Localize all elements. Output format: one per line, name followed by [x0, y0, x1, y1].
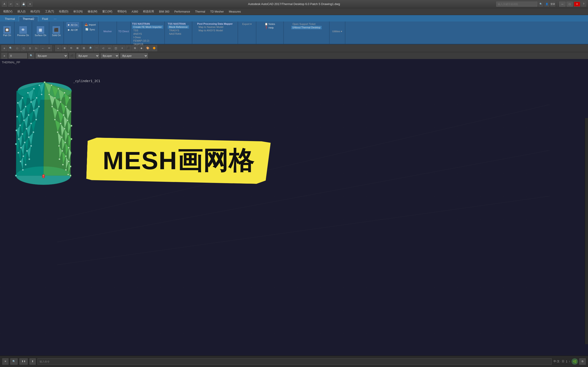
- surface-on-btn[interactable]: ▦ Surface On: [34, 25, 48, 37]
- menu-featured[interactable]: 精选应用: [141, 9, 156, 14]
- save-btn[interactable]: 💾: [21, 2, 26, 7]
- menu-tools[interactable]: 工具(T): [43, 9, 56, 14]
- nastran-label[interactable]: NASTRAN: [168, 32, 183, 35]
- menu-help[interactable]: 帮助(H): [115, 9, 129, 14]
- status-avatar[interactable]: 🌿: [571, 358, 578, 365]
- femap-label[interactable]: FEMAP (10.2): [132, 39, 151, 42]
- layer-value-input[interactable]: [9, 53, 27, 58]
- maximize-btn[interactable]: □: [566, 2, 573, 7]
- all-off-btn[interactable]: ▶All Off: [67, 28, 79, 32]
- menu-draw[interactable]: 绘图(D): [57, 9, 71, 14]
- search-input[interactable]: [496, 2, 537, 7]
- close-btn[interactable]: ✕: [574, 2, 580, 7]
- tool-7[interactable]: ↔: [40, 45, 46, 51]
- status-close-btn[interactable]: ✕: [2, 358, 9, 365]
- sync-btn[interactable]: 🔄Sync: [84, 27, 96, 32]
- map-nastran-label[interactable]: Map to Nastran Model: [197, 25, 225, 29]
- import-btn[interactable]: 📥Import: [84, 22, 97, 27]
- create-fe-label[interactable]: Create FE Mesh Importer: [132, 25, 163, 29]
- menu-measures[interactable]: Measures: [227, 9, 243, 14]
- search-icon[interactable]: 🔍: [538, 2, 543, 7]
- minimize-btn[interactable]: ─: [559, 2, 566, 7]
- status-search-btn[interactable]: 🔍: [10, 358, 18, 365]
- all-on-btn[interactable]: ▶All On: [67, 22, 79, 27]
- part-on-btn[interactable]: 🔲 Part On: [1, 25, 13, 37]
- tool-5[interactable]: 0: [27, 45, 33, 51]
- tool-10[interactable]: ⊕: [61, 45, 68, 51]
- menu-a360[interactable]: A360: [129, 9, 140, 14]
- tool-17[interactable]: ▭: [106, 45, 112, 51]
- help-icon[interactable]: ?: [581, 2, 586, 7]
- menu-insert[interactable]: 插入(I): [15, 9, 28, 14]
- tab-thermal[interactable]: Thermal: [1, 16, 19, 22]
- undo-btn[interactable]: ↩: [8, 2, 13, 7]
- ideas-label[interactable]: I-Deas: [132, 36, 142, 39]
- menu-modify[interactable]: 修改(M): [85, 9, 100, 14]
- utilities-label[interactable]: Utilities ▾: [331, 30, 344, 33]
- login-btn[interactable]: 登录: [550, 2, 555, 7]
- trasys-label[interactable]: TRASYS: [168, 29, 180, 32]
- linetype-select[interactable]: ByLayer: [77, 53, 99, 58]
- menu-window[interactable]: 窗口(W): [100, 9, 114, 14]
- tool-2[interactable]: 🔍: [8, 45, 14, 51]
- about-thermal-label[interactable]: ℹ About Thermal Desktop: [291, 26, 322, 29]
- status-nav-btn[interactable]: ⬆⬇: [19, 358, 28, 365]
- svg-point-118: [30, 145, 32, 147]
- map-ansys-label[interactable]: Map to ANSYS Model: [197, 29, 224, 32]
- help-label[interactable]: ❓ Help: [263, 26, 275, 30]
- menu-bim360[interactable]: BIM 360: [157, 9, 172, 14]
- solid-on-btn[interactable]: ⬛ Solid On: [51, 25, 62, 37]
- menu-thermal[interactable]: Thermal: [193, 9, 207, 14]
- tool-1[interactable]: ≡: [1, 45, 7, 51]
- tab-thermal2[interactable]: Thermal2: [19, 16, 38, 22]
- tool-16[interactable]: ◁: [100, 45, 106, 51]
- tss-label2[interactable]: TSS: [132, 29, 140, 32]
- preview-on-btn[interactable]: 👁 Preview On: [16, 25, 30, 37]
- block-ref-label[interactable]: Block Reference: [168, 25, 189, 29]
- tool-13[interactable]: ⊟: [81, 45, 87, 51]
- color-select[interactable]: ⬛: [69, 53, 75, 59]
- ribbon-group-support: Open Support Ticket ℹ About Thermal Desk…: [284, 22, 330, 44]
- tool-18[interactable]: ◫: [113, 45, 119, 51]
- menu-view[interactable]: 视图(V): [1, 9, 15, 14]
- tool-15[interactable]: ⋯: [94, 45, 100, 51]
- status-settings[interactable]: ⚙: [579, 358, 586, 365]
- layers-icon[interactable]: ≡: [1, 53, 7, 59]
- status-lang[interactable]: 日: [562, 359, 564, 363]
- tool-20[interactable]: ⬛: [126, 45, 132, 51]
- layer-select[interactable]: ByLayer: [36, 53, 68, 58]
- open-support-label[interactable]: Open Support Ticket: [291, 22, 317, 26]
- tool-3[interactable]: □: [14, 45, 20, 51]
- svg-point-78: [61, 136, 63, 138]
- export-label[interactable]: Export ▾: [241, 22, 253, 26]
- tool-9[interactable]: +: [55, 45, 61, 51]
- utilities-content: Utilities ▾: [331, 22, 344, 43]
- user-icon[interactable]: 👤: [544, 2, 549, 7]
- more-tabs-btn[interactable]: ⋯: [53, 17, 57, 22]
- menu-td-mesher[interactable]: TD Mesher: [208, 9, 226, 14]
- svg-point-110: [22, 133, 23, 135]
- command-input[interactable]: [37, 358, 552, 365]
- tool-19[interactable]: ⌖: [119, 45, 125, 51]
- status-expand-btn[interactable]: ⬆: [30, 358, 36, 365]
- tool-11[interactable]: ⟲: [68, 45, 74, 51]
- menu-performance[interactable]: Performance: [172, 9, 192, 14]
- tool-4[interactable]: ◻: [21, 45, 26, 51]
- tool-14[interactable]: 🔎: [87, 45, 93, 51]
- menu-format[interactable]: 格式(O): [28, 9, 42, 14]
- menu-annotation[interactable]: 标注(N): [71, 9, 85, 14]
- ansys-label[interactable]: ANSYS: [132, 32, 143, 35]
- tool-8[interactable]: ✏: [46, 45, 52, 51]
- tool-6[interactable]: ▷: [34, 45, 39, 51]
- taspcb-label[interactable]: TASPCB: [132, 42, 145, 46]
- status-num[interactable]: 1: [566, 360, 567, 363]
- status-arrow[interactable]: ↑: [569, 360, 570, 363]
- notes-label[interactable]: 📋 Notes: [263, 22, 277, 26]
- tool-12[interactable]: ⊞: [74, 45, 80, 51]
- transparency-select[interactable]: ByLayer: [120, 53, 148, 58]
- dropdown-arrow[interactable]: ▾: [27, 2, 33, 7]
- layer-search[interactable]: 🔍: [28, 53, 34, 59]
- tab-fluid[interactable]: Fluid: [38, 16, 52, 22]
- lineweight-select[interactable]: ByLayer: [101, 53, 119, 58]
- redo-btn[interactable]: ↪: [15, 2, 20, 7]
